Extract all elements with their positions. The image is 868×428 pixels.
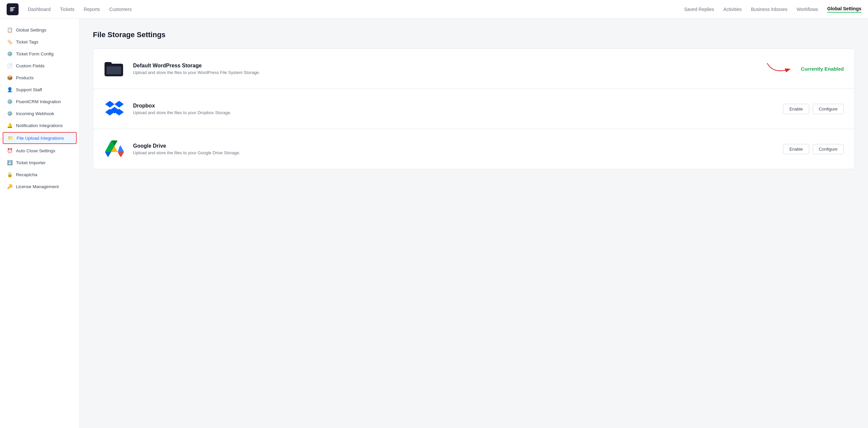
storage-card-gdrive: Google Drive Upload and store the files … [93,129,855,169]
nav-reports[interactable]: Reports [84,7,100,12]
global-settings-icon: 📋 [7,27,12,32]
svg-marker-6 [115,101,124,108]
gdrive-icon-svg [105,140,124,158]
sidebar-label-custom-fields: Custom Fields [16,63,44,68]
recaptcha-icon: 🔒 [7,172,12,177]
dropbox-storage-action: Enable Configure [783,104,844,114]
sidebar-item-global-settings[interactable]: 📋 Global Settings [0,24,79,36]
sidebar-label-recaptcha: Recaptcha [16,172,37,177]
wordpress-storage-desc: Upload and store the files to your WordP… [133,70,761,75]
sidebar-item-products[interactable]: 📦 Products [0,72,79,84]
main-content: File Storage Settings Default WordPress … [80,19,868,428]
storage-card-wordpress: Default WordPress Storage Upload and sto… [93,49,855,89]
nav-dashboard[interactable]: Dashboard [28,7,51,12]
products-icon: 📦 [7,75,12,80]
currently-enabled-wrapper: Currently Enabled [761,60,844,77]
auto-close-icon: ⏰ [7,148,12,153]
sidebar-label-ticket-form: Ticket Form Config [16,52,54,56]
sidebar-item-incoming-webhook[interactable]: ⚙️ Incoming Webhook [0,108,79,119]
incoming-webhook-icon: ⚙️ [7,111,12,116]
sidebar-label-incoming-webhook: Incoming Webhook [16,111,54,116]
nav-global-settings[interactable]: Global Settings [827,6,861,12]
sidebar-item-ticket-form-config[interactable]: ⚙️ Ticket Form Config [0,48,79,60]
nav-links-left: Dashboard Tickets Reports Customers [28,7,132,12]
sidebar-label-notification: Notification Integrations [16,123,63,128]
wordpress-storage-icon [104,58,125,79]
nav-activities[interactable]: Activities [723,7,742,12]
sidebar-item-file-upload-integrations[interactable]: 📁 File Upload Integrations [3,132,76,144]
sidebar-item-custom-fields[interactable]: 📄 Custom Fields [0,60,79,72]
ticket-form-icon: ⚙️ [7,51,12,56]
support-staff-icon: 👤 [7,87,12,92]
wordpress-folder-svg [104,60,124,77]
sidebar-item-ticket-importer[interactable]: ⬇️ Ticket Importer [0,157,79,169]
svg-marker-5 [105,101,115,108]
ticket-importer-icon: ⬇️ [7,160,12,165]
sidebar-label-auto-close: Auto Close Settings [16,148,55,153]
custom-fields-icon: 📄 [7,63,12,68]
gdrive-enable-button[interactable]: Enable [783,144,809,154]
storage-cards-container: Default WordPress Storage Upload and sto… [93,49,855,169]
dropbox-storage-name: Dropbox [133,103,783,109]
sidebar-item-notification-integrations[interactable]: 🔔 Notification Integrations [0,119,79,131]
storage-card-dropbox: Dropbox Upload and store the files to yo… [93,89,855,129]
sidebar-item-support-staff[interactable]: 👤 Support Staff [0,84,79,96]
page-title: File Storage Settings [93,31,855,39]
ticket-tags-icon: 🏷️ [7,39,12,44]
sidebar-label-ticket-tags: Ticket Tags [16,39,38,44]
nav-links-right: Saved Replies Activities Business Inboxe… [684,6,861,12]
sidebar-label-support-staff: Support Staff [16,87,42,92]
sidebar: 📋 Global Settings 🏷️ Ticket Tags ⚙️ Tick… [0,19,80,428]
gdrive-storage-action: Enable Configure [783,144,844,154]
nav-workflows[interactable]: Workflows [797,7,818,12]
sidebar-item-license-management[interactable]: 🔑 License Management [0,181,79,192]
sidebar-label-products: Products [16,75,33,80]
gdrive-storage-info: Google Drive Upload and store the files … [133,143,783,155]
gdrive-configure-button[interactable]: Configure [813,144,844,154]
logo[interactable] [7,3,19,15]
license-icon: 🔑 [7,184,12,189]
dropbox-icon-svg [105,100,124,118]
sidebar-item-recaptcha[interactable]: 🔒 Recaptcha [0,169,79,181]
sidebar-label-fluent-crm: FluentCRM Integration [16,99,61,104]
top-navigation: Dashboard Tickets Reports Customers Save… [0,0,868,19]
gdrive-storage-desc: Upload and store the files to your Googl… [133,150,783,155]
dropbox-enable-button[interactable]: Enable [783,104,809,114]
currently-enabled-label: Currently Enabled [801,66,844,72]
dropbox-storage-desc: Upload and store the files to your Dropb… [133,110,783,115]
sidebar-label-license: License Management [16,184,59,189]
svg-rect-3 [106,66,121,74]
main-layout: 📋 Global Settings 🏷️ Ticket Tags ⚙️ Tick… [0,19,868,428]
wordpress-storage-name: Default WordPress Storage [133,63,761,69]
notification-icon: 🔔 [7,123,12,128]
sidebar-item-auto-close-settings[interactable]: ⏰ Auto Close Settings [0,145,79,157]
dropbox-storage-icon [104,98,125,119]
currently-enabled-arrow-svg [761,60,801,77]
sidebar-label-file-upload: File Upload Integrations [17,136,64,141]
dropbox-storage-info: Dropbox Upload and store the files to yo… [133,103,783,115]
nav-tickets[interactable]: Tickets [60,7,75,12]
dropbox-configure-button[interactable]: Configure [813,104,844,114]
sidebar-item-fluent-crm[interactable]: ⚙️ FluentCRM Integration [0,96,79,108]
nav-customers[interactable]: Customers [109,7,132,12]
sidebar-label-ticket-importer: Ticket Importer [16,160,46,165]
sidebar-item-ticket-tags[interactable]: 🏷️ Ticket Tags [0,36,79,48]
file-upload-icon: 📁 [7,135,13,141]
wordpress-storage-info: Default WordPress Storage Upload and sto… [133,63,761,75]
nav-business-inboxes[interactable]: Business Inboxes [751,7,787,12]
svg-rect-2 [104,62,112,67]
sidebar-label-global-settings: Global Settings [16,28,46,32]
nav-saved-replies[interactable]: Saved Replies [684,7,714,12]
fluent-crm-icon: ⚙️ [7,99,12,104]
gdrive-storage-icon [104,139,125,160]
logo-icon [9,6,16,12]
gdrive-storage-name: Google Drive [133,143,783,149]
